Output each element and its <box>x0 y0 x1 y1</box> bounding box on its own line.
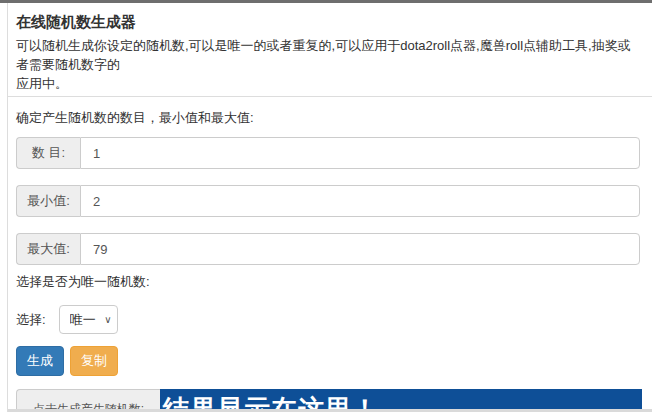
max-field-label: 最大值: <box>16 233 80 265</box>
page-description-line1: 可以随机生成你设定的随机数,可以是唯一的或者重复的,可以应用于dota2roll… <box>16 38 631 72</box>
range-section-label: 确定产生随机数的数目，最小值和最大值: <box>16 109 641 124</box>
page-description: 可以随机生成你设定的随机数,可以是唯一的或者重复的,可以应用于dota2roll… <box>16 36 642 93</box>
generate-button[interactable]: 生成 <box>16 346 64 376</box>
unique-select-wrap: 唯一 ∨ <box>59 305 118 334</box>
count-input-group: 数 目: <box>16 137 640 169</box>
page-title: 在线随机数生成器 <box>16 13 642 32</box>
unique-select[interactable]: 唯一 <box>59 305 118 334</box>
min-input[interactable] <box>80 185 640 217</box>
panel-heading: 在线随机数生成器 可以随机生成你设定的随机数,可以是唯一的或者重复的,可以应用于… <box>8 3 652 97</box>
unique-select-row: 选择: 唯一 ∨ <box>16 305 641 334</box>
count-field-label: 数 目: <box>16 137 80 169</box>
page-description-line2: 应用中。 <box>16 76 68 91</box>
copy-button[interactable]: 复制 <box>70 346 118 376</box>
button-row: 生成 复制 <box>16 346 641 376</box>
min-field-label: 最小值: <box>16 185 80 217</box>
panel-body: 确定产生随机数的数目，最小值和最大值: 数 目: 最小值: 最大值: 选择是否为… <box>8 97 652 412</box>
generator-panel: 在线随机数生成器 可以随机生成你设定的随机数,可以是唯一的或者重复的,可以应用于… <box>7 3 652 412</box>
select-label: 选择: <box>16 311 46 329</box>
min-input-group: 最小值: <box>16 185 640 217</box>
max-input[interactable] <box>80 233 640 265</box>
max-input-group: 最大值: <box>16 233 640 265</box>
count-input[interactable] <box>80 137 640 169</box>
unique-section-label: 选择是否为唯一随机数: <box>16 273 641 288</box>
